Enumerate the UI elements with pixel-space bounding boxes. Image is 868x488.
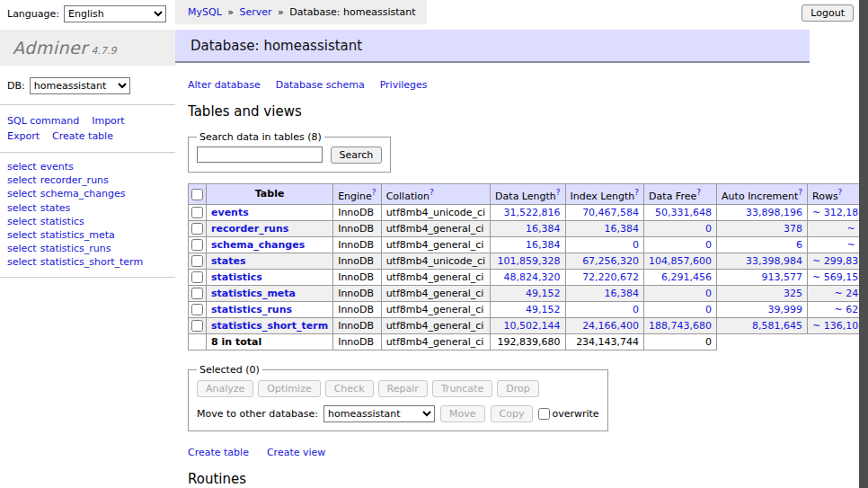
index-length-link[interactable]: 0 bbox=[633, 304, 639, 315]
data-length-link[interactable]: 31,522,816 bbox=[504, 207, 561, 218]
data-free-link[interactable]: 188,743,680 bbox=[649, 320, 712, 332]
auto-increment-link[interactable]: 33,398,984 bbox=[746, 255, 802, 267]
table-link-statistics_runs[interactable]: statistics_runs bbox=[211, 304, 292, 315]
index-length-link[interactable]: 24,166,400 bbox=[582, 320, 639, 332]
data-length-link[interactable]: 10,502,144 bbox=[504, 320, 561, 332]
sidebar-table-schema_changes-link[interactable]: schema_changes bbox=[40, 188, 126, 200]
data-free-link[interactable]: 6,291,456 bbox=[661, 271, 712, 283]
move-database-select[interactable]: homeassistant bbox=[323, 405, 435, 422]
table-link-statistics_meta[interactable]: statistics_meta bbox=[211, 288, 296, 299]
row-checkbox-statistics_runs[interactable] bbox=[191, 304, 203, 315]
auto-increment-link[interactable]: 8,581,645 bbox=[752, 320, 802, 332]
data-free-link[interactable]: 0 bbox=[705, 223, 712, 235]
rows-count-link[interactable]: ~ 136,108 bbox=[812, 320, 864, 332]
export-link[interactable]: Export bbox=[7, 130, 40, 142]
create-table-link[interactable]: Create table bbox=[188, 447, 249, 458]
data-free-link[interactable]: 0 bbox=[705, 288, 712, 299]
column-help-link[interactable]: ? bbox=[372, 188, 376, 197]
data-free-link[interactable]: 104,857,600 bbox=[649, 255, 712, 267]
table-link-recorder_runs[interactable]: recorder_runs bbox=[211, 223, 288, 235]
index-length-link[interactable]: 67,256,320 bbox=[582, 255, 639, 267]
sql-command-link[interactable]: SQL command bbox=[7, 115, 79, 127]
overwrite-checkbox[interactable] bbox=[538, 408, 550, 420]
table-link-statistics[interactable]: statistics bbox=[211, 271, 262, 283]
row-checkbox-recorder_runs[interactable] bbox=[191, 223, 203, 235]
table-link-states[interactable]: states bbox=[211, 255, 246, 267]
row-checkbox-schema_changes[interactable] bbox=[191, 239, 203, 251]
sidebar-select-statistics_short_term-link[interactable]: select bbox=[7, 256, 37, 268]
column-help-link[interactable]: ? bbox=[798, 188, 802, 197]
sidebar-select-statistics_runs-link[interactable]: select bbox=[7, 243, 37, 254]
sidebar-select-statistics-link[interactable]: select bbox=[7, 216, 37, 227]
column-help-link[interactable]: ? bbox=[634, 188, 639, 197]
drop-button[interactable]: Drop bbox=[497, 380, 538, 397]
auto-increment-link[interactable]: 378 bbox=[784, 223, 802, 235]
sidebar-table-states-link[interactable]: states bbox=[40, 202, 71, 214]
db-select[interactable]: homeassistant bbox=[30, 77, 130, 94]
rows-count-link[interactable]: ~ 569,159 bbox=[812, 271, 864, 283]
sidebar-table-events-link[interactable]: events bbox=[40, 161, 74, 173]
row-checkbox-statistics_short_term[interactable] bbox=[191, 320, 203, 332]
data-length-link[interactable]: 101,859,328 bbox=[498, 255, 561, 267]
sidebar-table-statistics_runs-link[interactable]: statistics_runs bbox=[40, 243, 111, 254]
sidebar-table-statistics-link[interactable]: statistics bbox=[40, 216, 84, 227]
import-link[interactable]: Import bbox=[92, 115, 125, 127]
select-all-checkbox[interactable] bbox=[191, 189, 203, 200]
table-link-events[interactable]: events bbox=[211, 207, 249, 218]
language-select[interactable]: English bbox=[64, 5, 166, 22]
search-button[interactable]: Search bbox=[331, 146, 383, 164]
auto-increment-link[interactable]: 39,999 bbox=[768, 304, 803, 315]
analyze-button[interactable]: Analyze bbox=[197, 380, 253, 397]
data-length-link[interactable]: 49,152 bbox=[526, 288, 561, 299]
privileges-link[interactable]: Privileges bbox=[380, 79, 428, 91]
auto-increment-link[interactable]: 33,898,196 bbox=[746, 207, 802, 218]
create-table-sidebar-link[interactable]: Create table bbox=[52, 130, 113, 142]
row-checkbox-statistics_meta[interactable] bbox=[191, 288, 203, 299]
rows-count-link[interactable]: ~ 312,180 bbox=[812, 207, 864, 218]
copy-button[interactable]: Copy bbox=[491, 405, 534, 422]
sidebar-table-recorder_runs-link[interactable]: recorder_runs bbox=[40, 174, 109, 186]
data-length-link[interactable]: 49,152 bbox=[526, 304, 561, 315]
data-free-link[interactable]: 50,331,648 bbox=[655, 207, 712, 218]
index-length-link[interactable]: 16,384 bbox=[605, 288, 640, 299]
sidebar-table-statistics_short_term-link[interactable]: statistics_short_term bbox=[40, 256, 143, 268]
auto-increment-link[interactable]: 913,577 bbox=[762, 271, 803, 283]
data-free-link[interactable]: 0 bbox=[705, 239, 712, 251]
sidebar-table-statistics_meta-link[interactable]: statistics_meta bbox=[40, 229, 115, 241]
table-link-statistics_short_term[interactable]: statistics_short_term bbox=[211, 320, 328, 332]
data-length-link[interactable]: 16,384 bbox=[526, 223, 561, 235]
auto-increment-link[interactable]: 325 bbox=[784, 288, 802, 299]
breadcrumb-server-link[interactable]: Server bbox=[240, 6, 272, 18]
column-help-link[interactable]: ? bbox=[838, 188, 843, 197]
create-view-link[interactable]: Create view bbox=[267, 447, 325, 458]
table-link-schema_changes[interactable]: schema_changes bbox=[211, 239, 305, 251]
index-length-link[interactable]: 70,467,584 bbox=[582, 207, 639, 218]
index-length-link[interactable]: 72,220,672 bbox=[582, 271, 639, 283]
data-length-link[interactable]: 16,384 bbox=[526, 239, 561, 251]
data-length-link[interactable]: 48,824,320 bbox=[504, 271, 561, 283]
sidebar-select-events-link[interactable]: select bbox=[7, 161, 37, 173]
row-checkbox-statistics[interactable] bbox=[191, 271, 203, 283]
alter-database-link[interactable]: Alter database bbox=[188, 79, 261, 91]
search-input[interactable] bbox=[197, 146, 323, 163]
index-length-link[interactable]: 0 bbox=[633, 239, 639, 251]
sidebar-select-recorder_runs-link[interactable]: select bbox=[7, 174, 37, 186]
sidebar-select-statistics_meta-link[interactable]: select bbox=[7, 229, 37, 241]
index-length-link[interactable]: 16,384 bbox=[605, 223, 640, 235]
row-checkbox-events[interactable] bbox=[191, 207, 203, 218]
check-button[interactable]: Check bbox=[325, 380, 374, 397]
row-checkbox-states[interactable] bbox=[191, 255, 203, 267]
breadcrumb-mysql-link[interactable]: MySQL bbox=[188, 6, 222, 18]
optimize-button[interactable]: Optimize bbox=[258, 380, 320, 397]
column-help-link[interactable]: ? bbox=[696, 188, 701, 197]
column-help-link[interactable]: ? bbox=[430, 188, 434, 197]
vertical-scrollbar[interactable] bbox=[859, 0, 868, 488]
move-button[interactable]: Move bbox=[440, 405, 485, 422]
repair-button[interactable]: Repair bbox=[378, 380, 428, 397]
rows-count-link[interactable]: ~ 299,833 bbox=[812, 255, 864, 267]
data-free-link[interactable]: 0 bbox=[705, 304, 712, 315]
logout-button[interactable]: Logout bbox=[802, 4, 854, 22]
database-schema-link[interactable]: Database schema bbox=[276, 79, 365, 91]
truncate-button[interactable]: Truncate bbox=[432, 380, 492, 397]
column-help-link[interactable]: ? bbox=[556, 188, 561, 197]
